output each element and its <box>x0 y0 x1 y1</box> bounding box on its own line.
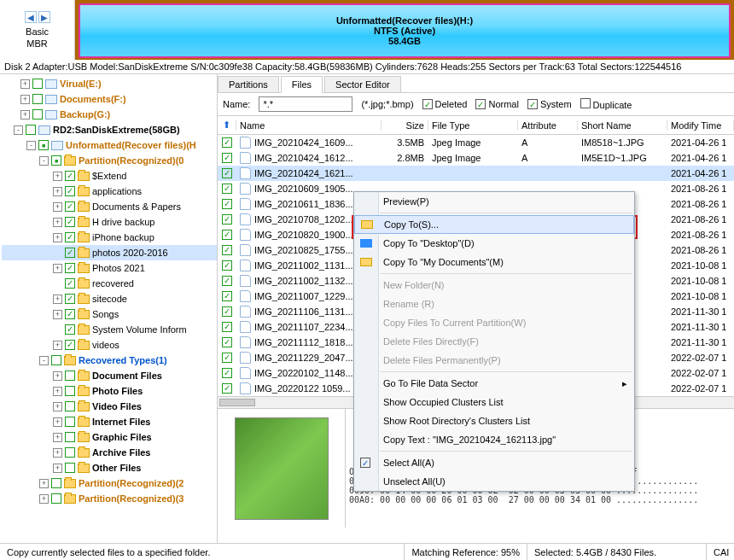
expander-icon[interactable]: + <box>53 233 62 242</box>
tree-item-hdrive[interactable]: +H drive backup <box>2 214 217 230</box>
tree-checkbox[interactable] <box>65 278 75 289</box>
expander-icon[interactable]: + <box>53 433 62 442</box>
tree-item-archivefiles[interactable]: +Archive Files <box>2 445 217 460</box>
tree-pane[interactable]: +Virual(E:)+Documents(F:)+Backup(G:)-RD2… <box>0 74 218 543</box>
nav-forward-icon[interactable]: ▶ <box>38 11 50 23</box>
expander-icon[interactable]: + <box>53 387 62 396</box>
expander-icon[interactable]: + <box>53 218 62 227</box>
nav-back-icon[interactable]: ◀ <box>25 11 37 23</box>
tree-checkbox[interactable] <box>38 140 49 150</box>
tree-item-applications[interactable]: +applications <box>2 184 217 199</box>
expander-icon[interactable]: + <box>53 341 62 350</box>
expander-icon[interactable]: + <box>53 310 62 319</box>
expander-icon[interactable]: + <box>39 494 49 504</box>
expander-icon[interactable]: - <box>39 356 49 365</box>
tree-item-sysvol[interactable]: System Volume Inform <box>2 322 217 337</box>
file-checkbox[interactable] <box>222 199 232 209</box>
file-checkbox[interactable] <box>222 383 232 394</box>
tree-item-extend[interactable]: +$Extend <box>2 168 217 184</box>
tree-checkbox[interactable] <box>65 294 75 304</box>
file-checkbox[interactable] <box>222 291 232 301</box>
expander-icon[interactable]: + <box>53 295 62 304</box>
file-checkbox[interactable] <box>222 322 232 332</box>
tree-item-unformatted[interactable]: -Unformatted(Recover files)(H <box>2 137 217 153</box>
tree-checkbox[interactable] <box>51 355 61 365</box>
menu-select-all[interactable]: Select All(A) <box>354 453 634 472</box>
tree-checkbox[interactable] <box>65 340 75 350</box>
disk-volume[interactable]: Unformatted(Recover files)(H:) NTFS (Act… <box>79 3 731 58</box>
tree-item-recovered[interactable]: recovered <box>2 276 217 291</box>
tree-item-photofiles[interactable]: +Photo Files <box>2 383 217 399</box>
normal-filter[interactable]: Normal <box>475 99 518 110</box>
file-checkbox[interactable] <box>222 137 232 148</box>
expander-icon[interactable]: + <box>53 464 62 473</box>
file-checkbox[interactable] <box>222 276 232 286</box>
tree-item-docfiles[interactable]: +Document Files <box>2 368 217 383</box>
tree-item-internetfiles[interactable]: +Internet Files <box>2 414 217 429</box>
tree-item-documents[interactable]: +Documents(F:) <box>2 91 217 107</box>
tree-checkbox[interactable] <box>65 417 75 427</box>
tree-item-photos21[interactable]: +Photos 2021 <box>2 260 217 276</box>
file-row[interactable]: IMG_20210424_1621... 2021-04-26 1 <box>218 166 734 181</box>
file-checkbox[interactable] <box>222 337 232 347</box>
file-checkbox[interactable] <box>222 153 232 163</box>
expander-icon[interactable]: + <box>53 202 62 212</box>
tree-checkbox[interactable] <box>65 263 75 273</box>
menu-preview[interactable]: Preview(P) <box>354 192 634 211</box>
tree-checkbox[interactable] <box>65 201 75 212</box>
tree-item-rd2[interactable]: -RD2:SanDiskExtreme(58GB) <box>2 122 217 137</box>
tree-item-recovered_types[interactable]: -Recovered Types(1) <box>2 353 217 368</box>
tree-checkbox[interactable] <box>65 432 75 442</box>
file-checkbox[interactable] <box>222 184 232 194</box>
tree-checkbox[interactable] <box>65 401 75 411</box>
menu-copy-desktop[interactable]: Copy To "Desktop"(D) <box>354 234 634 253</box>
duplicate-filter[interactable]: Duplicate <box>580 98 632 110</box>
expander-icon[interactable]: + <box>53 402 62 411</box>
tree-checkbox[interactable] <box>51 478 61 488</box>
tree-item-songs[interactable]: +Songs <box>2 306 217 322</box>
expander-icon[interactable]: + <box>39 479 49 488</box>
tree-checkbox[interactable] <box>65 309 75 319</box>
tree-checkbox[interactable] <box>26 125 36 135</box>
col-name[interactable]: Name <box>236 120 382 131</box>
file-checkbox[interactable] <box>222 245 232 255</box>
expander-icon[interactable]: - <box>14 125 23 135</box>
col-short[interactable]: Short Name <box>578 120 667 131</box>
menu-goto-sector[interactable]: Go To File Data Sector▸ <box>354 374 634 393</box>
system-filter[interactable]: System <box>527 99 572 110</box>
tree-item-videos[interactable]: +videos <box>2 337 217 353</box>
col-up[interactable]: ⬆ <box>218 120 236 131</box>
expander-icon[interactable]: + <box>53 172 62 181</box>
menu-copy-to[interactable]: Copy To(S)... <box>354 215 634 234</box>
tree-checkbox[interactable] <box>65 463 75 473</box>
tree-checkbox[interactable] <box>32 109 43 120</box>
tree-checkbox[interactable] <box>65 232 75 242</box>
col-type[interactable]: File Type <box>428 120 518 131</box>
tree-checkbox[interactable] <box>65 324 75 335</box>
col-attr[interactable]: Attribute <box>518 120 578 131</box>
tree-item-backup[interactable]: +Backup(G:) <box>2 107 217 122</box>
expander-icon[interactable]: - <box>26 141 36 150</box>
menu-copy-documents[interactable]: Copy To "My Documents"(M) <box>354 253 634 271</box>
tree-item-iphone[interactable]: +iPhone backup <box>2 230 217 245</box>
tree-checkbox[interactable] <box>65 217 75 227</box>
tree-item-graphicfiles[interactable]: +Graphic Files <box>2 429 217 445</box>
file-checkbox[interactable] <box>222 368 232 378</box>
name-filter-input[interactable] <box>259 96 352 112</box>
menu-show-occupied[interactable]: Show Occupied Clusters List <box>354 393 634 411</box>
expander-icon[interactable]: + <box>53 264 62 273</box>
expander-icon[interactable]: + <box>53 448 62 458</box>
expander-icon[interactable]: - <box>39 156 49 166</box>
file-row[interactable]: IMG_20210424_1612... 2.8MB Jpeg Image A … <box>218 150 734 166</box>
tree-checkbox[interactable] <box>65 370 75 381</box>
tree-checkbox[interactable] <box>65 386 75 396</box>
expander-icon[interactable]: + <box>53 371 62 381</box>
menu-unselect-all[interactable]: Unselect All(U) <box>354 472 634 491</box>
menu-copy-text[interactable]: Copy Text : "IMG_20210424_162113.jpg" <box>354 430 634 449</box>
tree-item-partrec2[interactable]: +Partition(Recognized)(2 <box>2 475 217 491</box>
tree-checkbox[interactable] <box>32 79 43 89</box>
expander-icon[interactable]: + <box>20 79 30 89</box>
deleted-filter[interactable]: Deleted <box>422 99 468 110</box>
file-checkbox[interactable] <box>222 353 232 363</box>
expander-icon[interactable]: + <box>53 187 62 196</box>
